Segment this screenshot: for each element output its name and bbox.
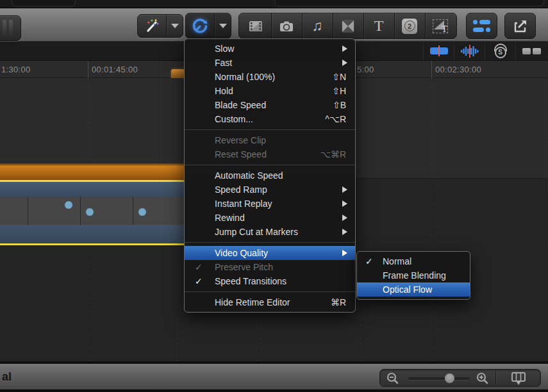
ruler-tick xyxy=(88,61,88,78)
zoom-in-button[interactable] xyxy=(475,372,490,386)
timecode-label: 00:02:30:00 xyxy=(435,65,481,74)
menu-item-jump-cut-at-markers[interactable]: Jump Cut at Markers xyxy=(185,225,355,239)
sliders-icon xyxy=(473,20,490,25)
audio-waveform-icon xyxy=(460,45,480,58)
chevron-down-icon xyxy=(219,24,227,28)
gridline xyxy=(544,78,545,251)
music-note-icon: ♫ xyxy=(311,17,322,35)
audio-skimming-button[interactable] xyxy=(454,42,485,60)
generator-countdown-icon: 2 xyxy=(402,19,417,34)
menu-item-speed-ramp[interactable]: Speed Ramp xyxy=(185,183,355,197)
gridline xyxy=(360,320,361,361)
media-browser-button[interactable] xyxy=(0,15,21,41)
filmstrip-bars-icon xyxy=(3,20,13,37)
photos-browser-button[interactable] xyxy=(271,13,302,38)
camera-icon xyxy=(279,20,294,33)
generators-browser-button[interactable]: 2 xyxy=(394,13,425,38)
enhancements-dropdown[interactable] xyxy=(167,15,183,37)
video-quality-submenu: ✓Normal Frame Blending Optical Flow xyxy=(356,251,470,300)
transitions-browser-button[interactable] xyxy=(333,13,363,38)
inspector-button[interactable] xyxy=(466,13,497,39)
submenu-arrow-icon xyxy=(342,229,347,235)
viewer-panel-bottom-edge xyxy=(0,0,548,8)
submenu-arrow-icon xyxy=(342,250,347,256)
zoom-slider-thumb[interactable] xyxy=(444,373,455,384)
titles-T-icon: T xyxy=(374,17,384,35)
menu-item-speed-transitions[interactable]: ✓Speed Transitions xyxy=(185,274,355,288)
menu-item-rewind[interactable]: Rewind xyxy=(185,211,355,225)
menu-item-custom[interactable]: Custom...^⌥R xyxy=(185,112,355,126)
retime-dropdown[interactable] xyxy=(215,13,231,38)
menu-item-automatic-speed[interactable]: Automatic Speed xyxy=(185,168,355,183)
clip-edge xyxy=(0,245,186,246)
submenu-arrow-icon xyxy=(342,45,347,52)
zoom-in-icon xyxy=(476,372,490,386)
gridline xyxy=(431,78,432,361)
project-name-label: al xyxy=(2,370,12,384)
menu-item-video-quality[interactable]: Video Quality xyxy=(185,246,355,260)
submenu-item-optical-flow[interactable]: Optical Flow xyxy=(357,282,470,297)
main-toolbar: ♫ T 2 T xyxy=(0,8,548,42)
trim-feedback-button[interactable] xyxy=(423,42,454,60)
panel-corner-hint xyxy=(12,0,76,6)
clip-appearance-button[interactable] xyxy=(501,371,536,386)
timeline-bottom-bar: al xyxy=(0,363,548,389)
submenu-item-frame-blending[interactable]: Frame Blending xyxy=(357,268,470,282)
clip-upper-band xyxy=(0,182,186,197)
zoom-slider-track[interactable] xyxy=(408,377,470,380)
menu-item-hide-retime-editor[interactable]: Hide Retime Editor⌘R xyxy=(185,295,355,309)
timecode-label: 00:01:45:00 xyxy=(92,65,138,74)
chevron-down-icon xyxy=(171,24,179,28)
solo-button[interactable]: S xyxy=(485,42,515,60)
retime-editor-bar[interactable] xyxy=(0,163,186,180)
checkmark-icon: ✓ xyxy=(195,260,208,274)
menu-item-blade-speed[interactable]: Blade Speed⇧B xyxy=(185,98,355,112)
clip-appearance-icon xyxy=(510,372,527,386)
menu-separator xyxy=(185,288,355,295)
browser-icons-group: ♫ T 2 T xyxy=(238,13,457,39)
timecode-label: 1:30:00 xyxy=(1,65,30,74)
retime-button[interactable] xyxy=(185,13,231,39)
trim-clip-icon xyxy=(430,47,448,54)
solo-headphones-icon: S xyxy=(493,44,508,59)
submenu-arrow-icon xyxy=(342,200,347,207)
retime-clock-icon xyxy=(186,13,214,38)
music-browser-button[interactable]: ♫ xyxy=(302,13,333,38)
enhancements-button[interactable] xyxy=(137,14,183,38)
titles-browser-button[interactable]: T xyxy=(363,13,394,38)
marker-dot[interactable] xyxy=(65,201,72,209)
snapping-icon xyxy=(522,48,541,54)
menu-item-fast[interactable]: Fast xyxy=(185,56,355,70)
sliders-icon xyxy=(473,28,490,33)
submenu-arrow-icon xyxy=(342,186,347,193)
marker-dot[interactable] xyxy=(138,208,146,216)
timecode-label: 5:00 xyxy=(357,65,374,74)
zoom-out-icon xyxy=(386,372,400,386)
video-browser-button[interactable] xyxy=(240,13,271,38)
menu-item-slow[interactable]: Slow xyxy=(185,42,355,56)
menu-item-instant-replay[interactable]: Instant Replay xyxy=(185,197,355,211)
submenu-item-normal[interactable]: ✓Normal xyxy=(357,254,470,268)
controls-divider xyxy=(495,372,496,385)
menu-separator xyxy=(185,126,355,133)
menu-item-reset-speed: Reset Speed⌥⌘R xyxy=(185,147,355,161)
share-button[interactable] xyxy=(504,13,536,39)
menu-separator xyxy=(185,239,355,246)
retime-bar-peek xyxy=(171,69,185,78)
submenu-arrow-icon xyxy=(342,215,347,221)
marker-dot[interactable] xyxy=(86,208,94,216)
menu-separator xyxy=(185,161,355,168)
retime-menu: Slow Fast Normal (100%)⇧N Hold⇧H Blade S… xyxy=(184,38,356,313)
zoom-out-button[interactable] xyxy=(385,372,401,386)
checkmark-icon: ✓ xyxy=(365,254,378,268)
filmstrip-icon xyxy=(248,19,263,33)
menu-item-preserve-pitch: ✓Preserve Pitch xyxy=(185,260,355,274)
submenu-arrow-icon xyxy=(342,60,347,66)
snapping-button[interactable] xyxy=(515,42,547,60)
themes-browser-button[interactable]: T xyxy=(425,13,456,38)
menu-item-normal-100[interactable]: Normal (100%)⇧N xyxy=(185,70,355,84)
menu-item-hold[interactable]: Hold⇧H xyxy=(185,84,355,98)
clip-lower-band xyxy=(0,225,186,243)
clip-filmstrip xyxy=(0,197,186,225)
selected-clip[interactable] xyxy=(0,163,186,246)
